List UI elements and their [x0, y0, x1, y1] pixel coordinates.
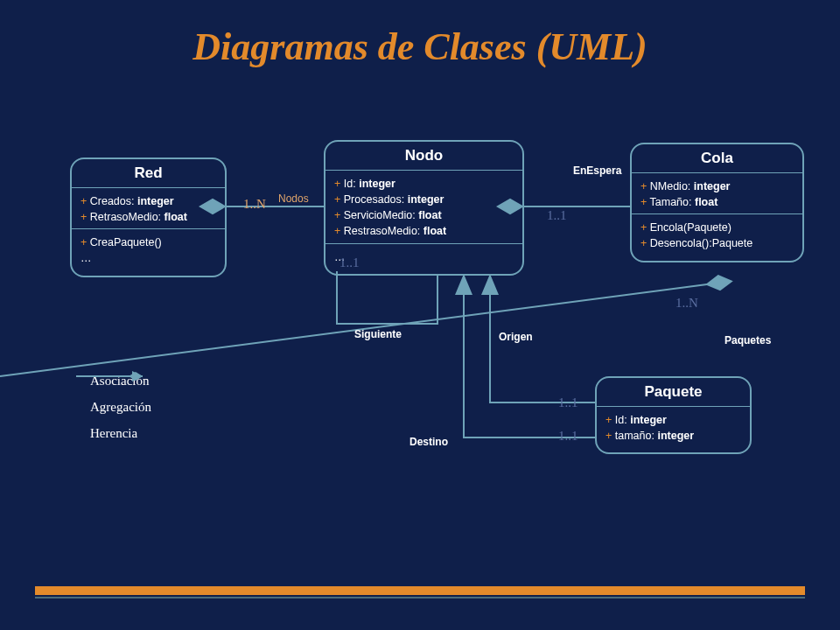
legend-agregacion-label: Agregación	[90, 400, 151, 415]
class-cola-ops: + Encola(Paquete)+ Desencola():Paquete	[632, 214, 802, 260]
mult-paq-11a: 1..1	[558, 396, 578, 410]
class-paquete-attrs: + Id: integer+ tamaño: integer	[597, 407, 750, 452]
class-cola-attrs: + NMedio: integer+ Tamaño: float	[632, 173, 802, 214]
class-red-attrs: + Creados: integer+ RetrasoMedio: float	[72, 188, 225, 229]
class-cola-name: Cola	[632, 144, 802, 173]
legend-herencia-label: Herencia	[90, 426, 137, 441]
class-cola: Cola + NMedio: integer+ Tamaño: float + …	[630, 143, 804, 262]
label-enespera: EnEspera	[573, 164, 621, 177]
class-red-name: Red	[72, 159, 225, 188]
class-paquete: Paquete + Id: integer+ tamaño: integer	[595, 376, 752, 454]
class-nodo-attrs: + Id: integer+ Procesados: integer+ Serv…	[326, 171, 522, 244]
label-siguiente: Siguiente	[354, 328, 402, 340]
class-red-ops: + CreaPaquete()…	[72, 229, 225, 275]
label-destino: Destino	[410, 436, 448, 448]
label-nodos: Nodos	[278, 192, 309, 205]
mult-nodo-11a: 1..1	[547, 208, 567, 223]
label-paquetes: Paquetes	[724, 334, 771, 346]
class-red: Red + Creados: integer+ RetrasoMedio: fl…	[70, 158, 227, 277]
legend-herencia: Herencia	[74, 420, 151, 446]
legend-asociacion-label: Asociación	[90, 374, 149, 388]
svg-line-4	[0, 284, 707, 376]
footer-rule	[35, 586, 805, 597]
mult-cola-1n: 1..N	[676, 296, 698, 311]
diagram-stage: Red + Creados: integer+ RetrasoMedio: fl…	[0, 0, 840, 630]
class-nodo-name: Nodo	[326, 142, 522, 171]
mult-nodo-11b: 1..1	[340, 256, 360, 270]
class-paquete-name: Paquete	[597, 378, 750, 407]
mult-paq-11b: 1..1	[558, 429, 578, 444]
legend: Asociación Agregación Herencia	[74, 368, 151, 446]
label-origen: Origen	[499, 331, 533, 343]
legend-asociacion: Asociación	[74, 368, 151, 394]
mult-red-1n: 1..N	[243, 197, 266, 212]
connectors	[0, 0, 840, 630]
legend-agregacion: Agregación	[74, 394, 151, 420]
